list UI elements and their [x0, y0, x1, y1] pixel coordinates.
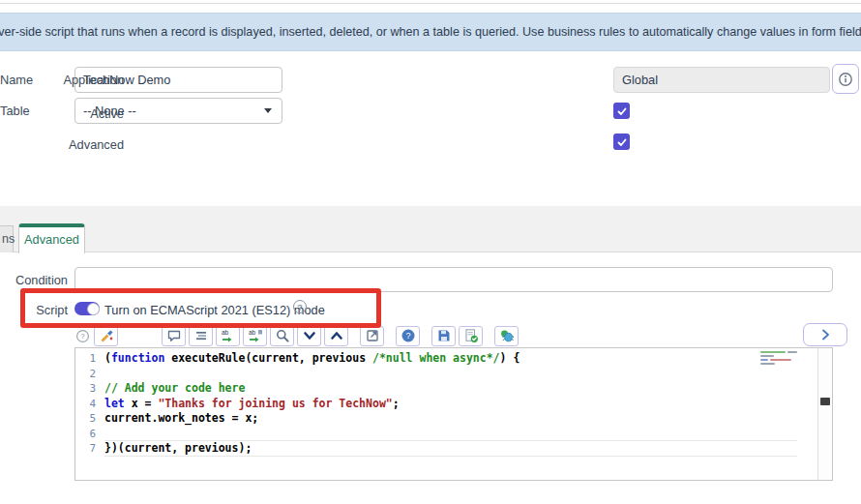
application-input[interactable] [613, 67, 830, 93]
script-debugger-icon[interactable] [494, 326, 519, 346]
code-line[interactable]: 4let x = "Thanks for joining us for Tech… [75, 397, 818, 412]
business-rule-form: rver-side script that runs when a record… [0, 0, 861, 504]
script-label: Script [0, 303, 68, 318]
line-text: })(current, previous); [104, 441, 797, 457]
line-number: 2 [75, 367, 104, 382]
editor-help-icon[interactable]: ? [74, 326, 90, 346]
line-number: 7 [75, 441, 104, 457]
replace-all-icon[interactable]: ab [243, 326, 267, 346]
checkmark-icon [616, 105, 628, 117]
es12-mode-toggle[interactable] [74, 302, 100, 315]
chevron-right-icon [818, 328, 832, 341]
line-text [104, 367, 797, 382]
find-previous-icon[interactable] [324, 326, 348, 346]
application-field-wrap [613, 67, 830, 93]
top-divider [0, 3, 861, 4]
minimap [760, 351, 809, 367]
svg-text:ab: ab [222, 329, 229, 336]
line-number: 1 [75, 351, 104, 367]
syntax-check-icon[interactable] [459, 326, 483, 346]
expand-editor-button[interactable] [803, 323, 847, 346]
line-text: // Add your code here [104, 381, 797, 397]
info-icon [838, 72, 853, 87]
code-line[interactable]: 3// Add your code here [75, 381, 818, 397]
replace-icon[interactable]: ab [216, 326, 240, 346]
toggle-comment-icon[interactable] [162, 326, 186, 346]
advanced-label: Advanced [0, 137, 124, 153]
code-line[interactable]: 1(function executeRule(current, previous… [75, 351, 818, 367]
code-line[interactable]: 5current.work_notes = x; [75, 411, 818, 427]
es12-toggle-label: Turn on ECMAScript 2021 (ES12) mode [104, 303, 325, 317]
line-text: let x = "Thanks for joining us for TechN… [104, 397, 797, 412]
line-number: 4 [75, 397, 104, 412]
code-line[interactable]: 2 [75, 367, 818, 382]
open-in-new-window-icon[interactable] [360, 326, 384, 346]
line-number: 6 [75, 427, 104, 442]
api-help-icon[interactable]: ? [396, 326, 420, 346]
application-label: Application [0, 73, 124, 88]
svg-text:?: ? [80, 332, 85, 341]
info-banner: rver-side script that runs when a record… [0, 13, 861, 51]
format-lines-icon[interactable] [189, 326, 213, 346]
toggle-knob [87, 303, 100, 315]
code-line[interactable]: 7})(current, previous); [75, 441, 818, 457]
chevron-down-icon [264, 108, 272, 113]
code-line[interactable]: 6 [75, 427, 818, 442]
svg-text:?: ? [405, 331, 410, 341]
line-text: (function executeRule(current, previous … [104, 351, 797, 367]
checkmark-icon [616, 136, 628, 148]
application-info-button[interactable] [832, 64, 859, 94]
active-label: Active [0, 106, 124, 122]
search-icon[interactable] [270, 326, 294, 346]
help-icon[interactable]: ? [293, 300, 307, 313]
line-text: current.work_notes = x; [104, 411, 797, 427]
code-lines: 1(function executeRule(current, previous… [75, 351, 818, 457]
tab-advanced[interactable]: Advanced [18, 223, 85, 253]
info-banner-text: rver-side script that runs when a record… [0, 14, 861, 50]
advanced-checkbox[interactable] [613, 133, 630, 150]
line-text [104, 427, 797, 442]
tab-partial[interactable]: ns [0, 225, 14, 252]
save-icon[interactable] [431, 326, 456, 346]
active-checkbox[interactable] [613, 103, 630, 119]
script-editor[interactable]: 1(function executeRule(current, previous… [74, 347, 833, 481]
find-next-icon[interactable] [297, 326, 321, 346]
editor-scrollbar[interactable] [817, 348, 832, 480]
format-code-icon[interactable] [94, 326, 118, 346]
tab-strip [0, 206, 861, 252]
editor-scrollbar-thumb[interactable] [820, 398, 830, 405]
svg-text:ab: ab [249, 329, 256, 336]
line-number: 3 [75, 381, 104, 397]
editor-toolbar: ?abab? [74, 325, 521, 346]
line-number: 5 [75, 411, 104, 427]
condition-label: Condition [0, 273, 68, 288]
